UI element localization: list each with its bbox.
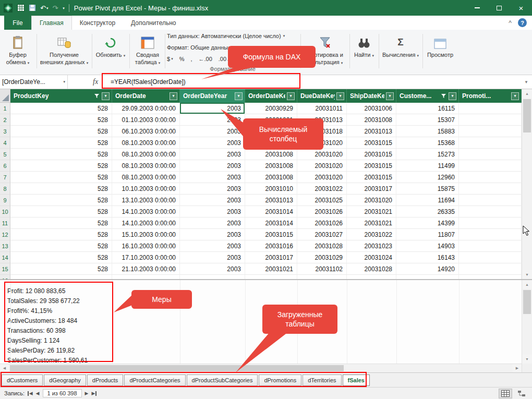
cell[interactable]: 14903	[396, 240, 459, 252]
cell[interactable]	[459, 172, 522, 183]
cell[interactable]: 2003	[180, 206, 245, 217]
cell[interactable]: 20031013	[245, 195, 297, 206]
sheet-tab-fsales[interactable]: fSales	[343, 374, 370, 386]
cell[interactable]: 20031021	[347, 217, 396, 229]
row-number[interactable]: 7	[0, 172, 10, 183]
cell[interactable]: 08.10.2003 0:00:00	[112, 172, 180, 183]
cell[interactable]: 16.10.2003 0:00:00	[112, 240, 180, 252]
cell[interactable]	[459, 160, 522, 172]
cell[interactable]: 2003	[180, 240, 245, 252]
cell[interactable]: 20031017	[245, 252, 297, 263]
cell[interactable]: 20031008	[245, 160, 297, 172]
row-number[interactable]: 3	[0, 126, 10, 137]
cell[interactable]: 20031013	[347, 126, 396, 137]
cell[interactable]: 20031015	[347, 160, 396, 172]
cell[interactable]: 528	[10, 103, 112, 114]
cell[interactable]	[459, 275, 522, 279]
sheet-tab-dcustomers[interactable]: dCustomers	[2, 374, 43, 386]
cell[interactable]: 20031015	[347, 172, 396, 183]
cell[interactable]	[112, 275, 180, 279]
cell[interactable]: 2003	[180, 137, 245, 149]
cell[interactable]	[459, 263, 522, 275]
next-record-button[interactable]: ▶	[85, 391, 89, 396]
scroll-down-icon[interactable]: ▼	[522, 355, 532, 364]
cell[interactable]: 20031017	[347, 183, 396, 195]
row-number[interactable]: 15	[0, 263, 10, 275]
cell[interactable]: 20031008	[245, 149, 297, 160]
cell[interactable]: 528	[10, 263, 112, 275]
cell[interactable]: 11694	[396, 195, 459, 206]
cell[interactable]: 20031020	[347, 195, 396, 206]
cell[interactable]: 01.10.2003 0:00:00	[112, 114, 180, 126]
cell[interactable]: 10.10.2003 0:00:00	[112, 183, 180, 195]
measure-item[interactable]: DaysSelling: 1 124	[7, 336, 522, 346]
row-number[interactable]: 8	[0, 183, 10, 195]
column-filter-dropdown-icon[interactable]: ▾	[235, 92, 243, 100]
row-number[interactable]: 6	[0, 160, 10, 172]
cell[interactable]: 528	[10, 252, 112, 263]
column-header-promoti[interactable]: Promoti...▾	[459, 89, 522, 103]
scroll-right-icon[interactable]: ▶	[513, 364, 522, 372]
cell[interactable]: 21.10.2003 0:00:00	[112, 263, 180, 275]
qat-customize-icon[interactable]: ▾	[63, 6, 65, 10]
horizontal-scrollbar[interactable]: ◀ ▶	[0, 364, 522, 372]
cell[interactable]: 528	[10, 229, 112, 240]
row-number[interactable]: 5	[0, 149, 10, 160]
cell[interactable]: 14.10.2003 0:00:00	[112, 217, 180, 229]
last-record-button[interactable]: ▶	[91, 391, 96, 396]
thousands-separator-button[interactable]: ,	[190, 56, 192, 62]
column-header-orderdatekey[interactable]: OrderDateKey▾	[245, 89, 297, 103]
cell[interactable]: 20031008	[245, 172, 297, 183]
column-filter-dropdown-icon[interactable]: ▾	[386, 92, 394, 100]
cell[interactable]: 08.10.2003 0:00:00	[112, 149, 180, 160]
scrollbar-thumb[interactable]	[10, 365, 344, 371]
cell[interactable]: 20031010	[245, 183, 297, 195]
scrollbar-thumb[interactable]	[523, 99, 531, 132]
cell[interactable]	[459, 229, 522, 240]
cell[interactable]: 20031025	[297, 195, 347, 206]
row-number[interactable]: 10	[0, 206, 10, 217]
cell[interactable]: 15273	[396, 149, 459, 160]
sheet-tab-dpromotions[interactable]: dPromotions	[259, 374, 301, 386]
column-header-orderdate[interactable]: OrderDate▾	[112, 89, 180, 103]
cell[interactable]: 29.09.2003 0:00:00	[112, 103, 180, 114]
row-number[interactable]: 16	[0, 275, 10, 279]
cell[interactable]: 528	[10, 149, 112, 160]
cell[interactable]: 14920	[396, 263, 459, 275]
get-external-data-button[interactable]: Получение внешних данных ▾	[39, 32, 90, 66]
cell[interactable]: 2003	[180, 217, 245, 229]
cell[interactable]: 528	[10, 195, 112, 206]
row-number[interactable]: 14	[0, 252, 10, 263]
cell[interactable]: 20031027	[297, 229, 347, 240]
cell[interactable]: 20030929	[245, 103, 297, 114]
cell[interactable]	[459, 217, 522, 229]
cell[interactable]: 20031014	[245, 217, 297, 229]
cell[interactable]: 15307	[396, 114, 459, 126]
cell[interactable]: 20031015	[347, 137, 396, 149]
cell[interactable]: 20031028	[297, 240, 347, 252]
prev-record-button[interactable]: ◀	[36, 391, 40, 396]
cell[interactable]: 2003	[180, 149, 245, 160]
cell[interactable]: 528	[10, 172, 112, 183]
sheet-tab-dproductsubcategories[interactable]: dProductSubCategories	[187, 374, 258, 386]
measure-item[interactable]: Profit: 12 080 883,65	[7, 286, 522, 296]
cell[interactable]: 20031021	[245, 263, 297, 275]
cell[interactable]: 2003	[180, 229, 245, 240]
cell[interactable]	[396, 275, 459, 279]
scroll-left-icon[interactable]: ◀	[0, 364, 9, 372]
sheet-tab-dgeography[interactable]: dGeography	[44, 374, 86, 386]
increase-decimal-button[interactable]: ←.00	[198, 56, 212, 62]
first-record-button[interactable]: ◀	[28, 391, 32, 396]
cell[interactable]: 2003	[180, 172, 245, 183]
undo-icon[interactable]: ↶▾	[40, 5, 48, 11]
cell[interactable]: 528	[10, 137, 112, 149]
currency-button[interactable]: $▾	[167, 56, 173, 62]
maximize-button[interactable]	[488, 0, 510, 16]
cell[interactable]	[459, 126, 522, 137]
format-dropdown[interactable]: Формат: Общие данные▾	[167, 44, 235, 51]
sheet-tab-dproductcategories[interactable]: dProductCategories	[124, 374, 185, 386]
row-number[interactable]: 13	[0, 240, 10, 252]
cell[interactable]: 2003	[180, 126, 245, 137]
cell[interactable]	[245, 275, 297, 279]
find-button[interactable]: Найти ▾	[352, 32, 377, 58]
